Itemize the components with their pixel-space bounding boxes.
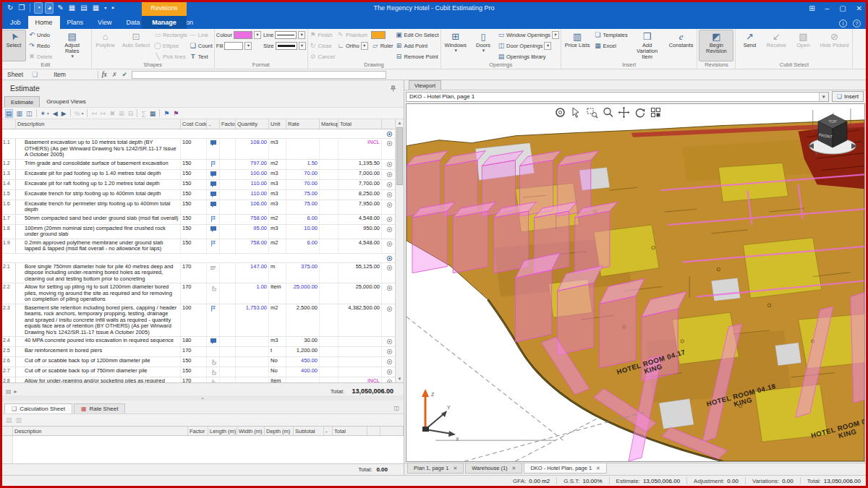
adjust-rates-button[interactable]: ▤Adjust Rates▼ [55,30,90,61]
table-row[interactable]: 2.2Allow for setting up piling rig to su… [1,283,395,304]
eye-icon[interactable] [382,215,395,224]
select-button[interactable]: ➤Select [1,30,26,61]
undo-button[interactable]: ↶Undo [28,31,50,38]
column-header-total[interactable]: Total [333,427,367,435]
table-row[interactable]: 1.8100mm (20mm nominal size) compacted f… [1,225,395,239]
line-size-picker[interactable]: Size▼ [263,42,306,50]
plan-tab-plan-1-page-1[interactable]: Plan 1, page 1✕ [407,463,464,474]
indent-icon[interactable]: ↦ [101,110,106,117]
close-tab-icon[interactable]: ✕ [512,466,516,471]
eye-icon[interactable] [382,129,395,138]
tab-manage[interactable]: Manage [142,16,187,29]
ortho-button[interactable]: ∟Ortho▼ [337,42,368,50]
add-point-button[interactable]: ⊞Add Point [396,42,428,49]
spreadsheet-icon[interactable]: ▦ [67,3,77,13]
flag-purple-icon[interactable]: ⚑ [173,110,179,117]
area-filled-icon[interactable]: ◕ [45,2,54,14]
tab-calculation-sheet[interactable]: ❏Calculation Sheet [4,403,72,414]
minimize-button[interactable]: – [825,4,830,12]
zoom-icon[interactable] [602,106,615,119]
add-variation-item-button[interactable]: ❒Add Variation Item [630,30,665,61]
table-row[interactable]: 1.2Trim grade and consolidate surface of… [1,160,395,170]
fill-picker[interactable]: Fill▼ [216,42,252,50]
eye-icon[interactable] [382,139,395,159]
expand-arrow-icon[interactable]: ▸ [14,388,17,395]
dropdown-arrow-icon[interactable]: ▼ [244,42,252,50]
receive-button[interactable]: ↙Receive [764,30,788,61]
hide-picked-button[interactable]: ⊘Hide Picked [817,30,851,61]
column-header-[interactable]: .. [207,119,220,129]
eye-icon[interactable] [382,357,395,367]
eye-icon[interactable] [382,170,395,179]
window-openings-button[interactable]: ▭Window Openings▼ [498,31,559,39]
more-icon[interactable]: ▪ [110,3,116,13]
dropdown-arrow-icon[interactable]: ▼ [298,31,305,39]
pan-icon[interactable] [618,106,631,119]
column-header[interactable] [380,427,404,435]
close-tab-icon[interactable]: ✕ [596,466,600,471]
auto-select-button[interactable]: ⊡Auto Select [120,30,152,61]
eye-icon[interactable] [382,190,395,200]
table-row[interactable]: 1.90.2mm approved polythene membrane und… [1,239,395,254]
sync-icon[interactable]: ↻ [6,3,14,13]
table-row[interactable]: 1.3Excavate pit for pad footing up to 1.… [1,170,395,180]
column-header-total[interactable]: Total [339,119,382,129]
doors-button[interactable]: ▯Doors▼ [471,30,495,61]
sheet-icon[interactable]: ❏ [32,71,38,78]
openings-library-button[interactable]: ▤Openings library [498,53,546,60]
table-row[interactable]: 1.750mm compacted sand bed under ground … [1,215,395,225]
chevron-down-icon[interactable]: ▼ [819,93,828,101]
eye-icon[interactable] [382,180,395,189]
cancel-edit-icon[interactable]: ✗ [112,71,117,78]
expand-icon[interactable]: ◢ [17,132,21,136]
copy-icon[interactable]: ❐ [17,3,26,13]
eye-icon[interactable] [382,225,395,239]
select-cursor-icon[interactable] [570,106,583,119]
tab-home[interactable]: Home [28,16,60,29]
tab-grouped-views[interactable]: Grouped Views [41,96,92,107]
line-size-picker-sample[interactable] [276,42,297,50]
ellipse-button[interactable]: ◯Ellipse [154,42,179,49]
outdent-icon[interactable]: ↤ [91,110,97,117]
colour-picker[interactable]: Colour▼ [216,31,261,39]
column-header-quantity[interactable]: Quantity [236,119,269,129]
zoom-window-icon[interactable] [586,106,599,119]
table-row[interactable]: 2.6Cut off or scabble back top of 1200mm… [1,357,395,367]
info-icon[interactable]: i [839,20,847,27]
fx-icon[interactable]: fx [102,71,107,78]
est-view-group-icon[interactable]: ▥ [17,110,23,117]
eye-icon[interactable] [382,160,395,169]
phantom-button[interactable]: ✎Phantom [337,31,367,38]
formula-input[interactable] [132,71,386,79]
tab-rate-sheet[interactable]: ▦Rate Sheet [74,403,126,414]
group-row[interactable]: 1◢Ground Works42,142.00 [1,129,395,139]
table-row[interactable]: 2.7Cut off or scabble back top of 750mm … [1,367,395,377]
dropdown-arrow-icon[interactable]: ▼ [552,31,559,39]
dropdown-arrow-icon[interactable]: ▼ [544,42,551,50]
line-button[interactable]: —Line [190,31,208,38]
column-header[interactable] [1,427,13,435]
column-header-depth-m[interactable]: Depth (m) [265,427,294,435]
plan-3d-model[interactable]: HOTEL ROOM 04.17KINGHOTEL ROOM 04.18KING… [407,104,864,461]
table-row[interactable]: 1.1Basement excavation up to 10 metres t… [1,139,395,160]
column-header-factor[interactable]: Factor [188,427,208,435]
insert-row-icon[interactable]: ⊞ [119,110,124,117]
edit-on-select-button[interactable]: ▣Edit On Select [396,31,439,38]
column-header-rate[interactable]: Rate [286,119,320,129]
plan-tab-dko-hotel-plan-page-1[interactable]: DKO - Hotel Plan, page 1✕ [524,463,607,474]
pen-tool-icon[interactable]: ✎ [56,3,64,13]
rectangle-button[interactable]: ▭Rectangle [154,31,187,38]
help-icon[interactable]: ? [853,20,861,27]
eye-icon[interactable] [382,337,395,346]
remove-point-button[interactable]: ⊟Remove Point [396,53,438,60]
table-row[interactable]: 2.1Bore single 750mm diameter hole for p… [1,263,395,284]
viewport-tab[interactable]: Viewport [409,80,441,90]
view-layout-icon[interactable]: ⊞ [809,4,814,12]
windows-button[interactable]: ⊞Windows▼ [443,30,469,61]
printer-icon[interactable]: ▤ [79,3,88,13]
dropdown-arrow-icon[interactable]: ▼ [254,31,261,39]
viewport-canvas[interactable]: HOTEL ROOM 04.17KINGHOTEL ROOM 04.18KING… [406,103,865,462]
redo-button[interactable]: ↷Redo [28,42,50,49]
fill-picker-swatch[interactable] [224,42,243,50]
rows-icon[interactable]: ▤ [6,388,12,395]
